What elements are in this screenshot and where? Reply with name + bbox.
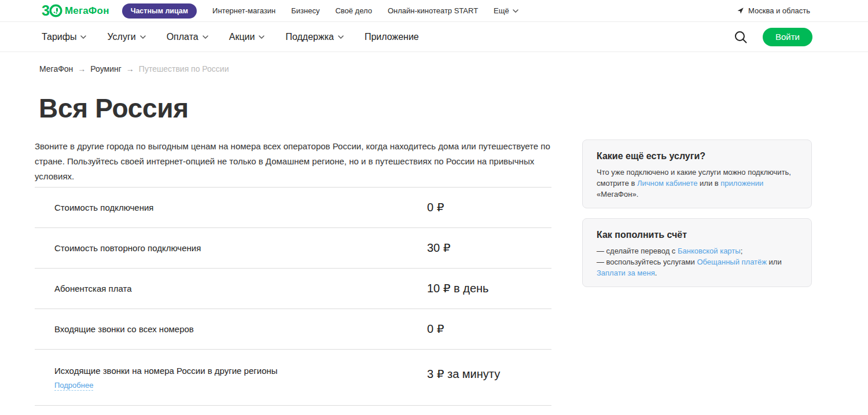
- sidebar: Какие ещё есть услуги? Что уже подключен…: [582, 139, 812, 406]
- sidebar-card-body: — сделайте перевод с Банковской карты; —…: [597, 245, 797, 278]
- pricing-row-label: Исходящие звонки на номера России в друг…: [54, 366, 278, 376]
- pricing-row-value: 0 ₽: [427, 200, 444, 214]
- pricing-row-label: Входящие звонки со всех номеров: [54, 324, 194, 334]
- logo-anniversary-3: 3: [42, 3, 49, 18]
- inline-link[interactable]: Банковской карты: [678, 247, 741, 255]
- pricing-row-label: Стоимость повторного подключения: [54, 243, 201, 253]
- nav-label: Оплата: [167, 32, 198, 42]
- breadcrumb-item-megafon[interactable]: МегаФон: [39, 64, 73, 74]
- chevron-down-icon: [80, 35, 86, 39]
- pricing-row-value: 10 ₽ в день: [427, 281, 489, 295]
- breadcrumb: МегаФон → Роуминг → Путешествия по Росси…: [39, 64, 551, 74]
- nav-label: Тарифы: [42, 32, 76, 42]
- topbar-more-label: Ещё: [494, 6, 509, 15]
- megafon-logo[interactable]: 3 МегаФон: [42, 3, 109, 18]
- sidebar-card-body: Что уже подключено и какие услуги можно …: [597, 167, 797, 200]
- topbar-link-business[interactable]: Бизнесу: [291, 6, 319, 15]
- sidebar-card-services: Какие ещё есть услуги? Что уже подключен…: [582, 139, 812, 208]
- nav-item-payment[interactable]: Оплата: [167, 32, 208, 42]
- main-navigation: Тарифы Услуги Оплата Акции Поддержка При…: [0, 22, 868, 52]
- logo-anniversary-ring-icon: [49, 4, 62, 17]
- page-title: Вся Россия: [39, 93, 551, 124]
- inline-link[interactable]: Обещанный платёж: [697, 258, 767, 266]
- breadcrumb-separator: →: [126, 64, 134, 74]
- region-selector[interactable]: Москва и область: [737, 6, 810, 15]
- login-button[interactable]: Войти: [763, 28, 812, 46]
- nav-item-services[interactable]: Услуги: [107, 32, 145, 42]
- topbar-link-own-business[interactable]: Своё дело: [335, 6, 372, 15]
- chevron-down-icon: [338, 35, 344, 39]
- topbar-more-menu[interactable]: Ещё: [494, 6, 518, 15]
- nav-label: Приложение: [365, 32, 419, 42]
- nav-item-app[interactable]: Приложение: [365, 32, 419, 42]
- logo-wordmark: МегаФон: [65, 5, 109, 17]
- nav-item-tariffs[interactable]: Тарифы: [42, 32, 86, 42]
- pricing-table: Стоимость подключения 0 ₽ Стоимость повт…: [35, 187, 551, 406]
- inline-link[interactable]: Заплати за меня: [597, 269, 655, 277]
- pricing-row-value: 30 ₽: [427, 241, 451, 255]
- sidebar-card-title: Какие ещё есть услуги?: [597, 150, 797, 162]
- top-utility-bar: 3 МегаФон Частным лицам Интернет-магазин…: [0, 0, 868, 22]
- chevron-down-icon: [140, 35, 146, 39]
- topbar-link-start-cinema[interactable]: Онлайн-кинотеатр START: [388, 6, 478, 15]
- nav-label: Поддержка: [285, 32, 333, 42]
- sidebar-card-topup: Как пополнить счёт — сделайте перевод с …: [582, 218, 812, 287]
- location-arrow-icon: [737, 7, 744, 14]
- breadcrumb-separator: →: [78, 64, 86, 74]
- pricing-row: Входящие звонки со всех номеров 0 ₽: [35, 309, 551, 349]
- nav-label: Акции: [229, 32, 255, 42]
- page-description: Звоните в другие города по выгодным цена…: [35, 139, 551, 184]
- topbar-link-internet-shop[interactable]: Интернет-магазин: [212, 6, 275, 15]
- inline-link[interactable]: Личном кабинете: [637, 179, 697, 188]
- nav-label: Услуги: [107, 32, 135, 42]
- breadcrumb-current: Путешествия по России: [139, 64, 229, 74]
- pricing-row-value: 0 ₽: [427, 322, 444, 336]
- region-label: Москва и область: [748, 6, 810, 15]
- pricing-row-label: Стоимость подключения: [54, 203, 154, 212]
- chevron-down-icon: [259, 35, 264, 39]
- pricing-row: Стоимость повторного подключения 30 ₽: [35, 227, 551, 268]
- page-content: МегаФон → Роуминг → Путешествия по Росси…: [0, 52, 868, 406]
- sidebar-card-title: Как пополнить счёт: [597, 229, 797, 241]
- breadcrumb-item-roaming[interactable]: Роуминг: [90, 64, 121, 74]
- audience-private-button[interactable]: Частным лицам: [122, 3, 197, 19]
- search-button[interactable]: [734, 30, 748, 44]
- details-link[interactable]: Подробнее: [54, 381, 93, 391]
- pricing-row-label: Абонентская плата: [54, 284, 132, 293]
- topbar-links: Интернет-магазин Бизнесу Своё дело Онлай…: [212, 6, 518, 15]
- pricing-row: Стоимость подключения 0 ₽: [35, 187, 551, 227]
- pricing-row-value: 3 ₽ за минуту: [427, 367, 500, 381]
- inline-link[interactable]: приложении: [720, 179, 763, 188]
- chevron-down-icon: [513, 9, 518, 13]
- nav-item-promotions[interactable]: Акции: [229, 32, 265, 42]
- search-icon: [734, 30, 748, 44]
- chevron-down-icon: [203, 35, 208, 39]
- pricing-row: Исходящие звонки на номера России в друг…: [35, 349, 551, 406]
- nav-item-support[interactable]: Поддержка: [285, 32, 343, 42]
- pricing-row: Абонентская плата 10 ₽ в день: [35, 268, 551, 309]
